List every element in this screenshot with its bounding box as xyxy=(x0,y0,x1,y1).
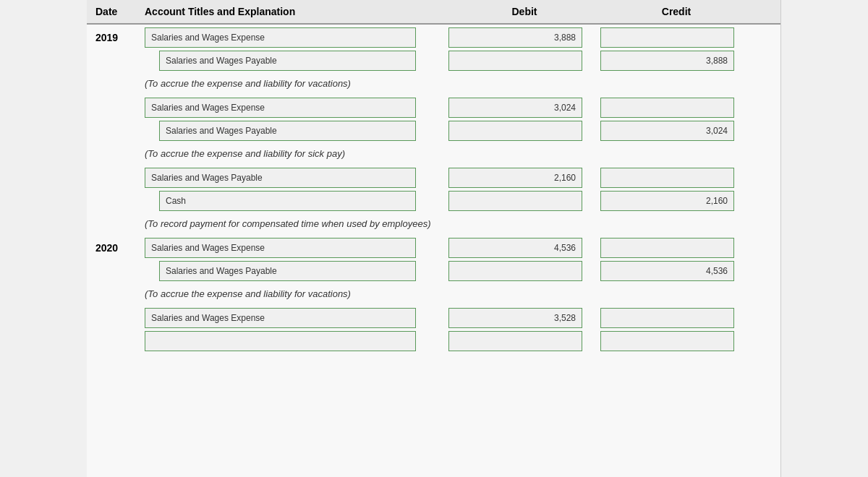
account-input[interactable]: Salaries and Wages Payable xyxy=(159,121,416,141)
credit-cell xyxy=(600,168,752,188)
credit-input[interactable] xyxy=(600,331,734,351)
account-cell: Cash xyxy=(145,191,448,211)
debit-input[interactable]: 2,160 xyxy=(448,168,582,188)
header-date: Date xyxy=(87,6,145,17)
debit-cell: 3,024 xyxy=(448,98,600,118)
credit-input[interactable]: 2,160 xyxy=(600,191,734,211)
account-cell: Salaries and Wages Expense xyxy=(145,308,448,328)
account-input[interactable]: Salaries and Wages Expense xyxy=(145,27,416,48)
account-cell: Salaries and Wages Payable xyxy=(145,121,448,141)
account-cell: Salaries and Wages Payable xyxy=(145,261,448,281)
main-table: Date Account Titles and Explanation Debi… xyxy=(87,0,781,477)
table-row: Salaries and Wages Expense3,528 xyxy=(87,308,780,328)
debit-input[interactable] xyxy=(448,261,582,281)
credit-input[interactable] xyxy=(600,238,734,258)
account-input[interactable]: Salaries and Wages Expense xyxy=(145,308,416,328)
credit-cell xyxy=(600,308,752,328)
header-debit: Debit xyxy=(448,6,600,17)
credit-cell: 3,888 xyxy=(600,51,752,71)
credit-input[interactable] xyxy=(600,98,734,118)
credit-input[interactable]: 3,024 xyxy=(600,121,734,141)
section-1: 2020Salaries and Wages Expense4,536Salar… xyxy=(87,238,780,351)
credit-input[interactable]: 3,888 xyxy=(600,51,734,71)
table-row: Salaries and Wages Expense3,024 xyxy=(87,98,780,118)
account-cell xyxy=(145,331,448,351)
debit-cell: 3,888 xyxy=(448,27,600,48)
account-cell: Salaries and Wages Payable xyxy=(145,168,448,188)
credit-cell: 3,024 xyxy=(600,121,752,141)
table-body: 2019Salaries and Wages Expense3,888Salar… xyxy=(87,27,780,351)
table-row: Salaries and Wages Payable2,160 xyxy=(87,168,780,188)
account-cell: Salaries and Wages Expense xyxy=(145,27,448,48)
account-cell: Salaries and Wages Expense xyxy=(145,98,448,118)
account-input[interactable]: Salaries and Wages Expense xyxy=(145,238,416,258)
header-credit: Credit xyxy=(600,6,752,17)
credit-cell: 2,160 xyxy=(600,191,752,211)
account-input[interactable]: Salaries and Wages Payable xyxy=(159,51,416,71)
debit-input[interactable]: 3,024 xyxy=(448,98,582,118)
debit-cell: 3,528 xyxy=(448,308,600,328)
credit-cell xyxy=(600,331,752,351)
table-row: 2019Salaries and Wages Expense3,888 xyxy=(87,27,780,48)
credit-cell xyxy=(600,98,752,118)
debit-input[interactable] xyxy=(448,331,582,351)
debit-cell xyxy=(448,51,600,71)
account-input[interactable]: Salaries and Wages Expense xyxy=(145,98,416,118)
debit-cell xyxy=(448,261,600,281)
note-text: (To accrue the expense and liability for… xyxy=(87,144,780,165)
table-header: Date Account Titles and Explanation Debi… xyxy=(87,0,780,25)
table-row xyxy=(87,331,780,351)
debit-input[interactable]: 4,536 xyxy=(448,238,582,258)
table-row: 2020Salaries and Wages Expense4,536 xyxy=(87,238,780,258)
credit-cell xyxy=(600,238,752,258)
debit-input[interactable] xyxy=(448,191,582,211)
table-row: Salaries and Wages Payable3,024 xyxy=(87,121,780,141)
debit-input[interactable]: 3,888 xyxy=(448,27,582,48)
account-cell: Salaries and Wages Expense xyxy=(145,238,448,258)
account-input[interactable]: Salaries and Wages Payable xyxy=(145,168,416,188)
credit-cell: 4,536 xyxy=(600,261,752,281)
date-cell: 2019 xyxy=(87,32,145,43)
credit-input[interactable] xyxy=(600,168,734,188)
account-input[interactable]: Salaries and Wages Payable xyxy=(159,261,416,281)
debit-cell xyxy=(448,191,600,211)
note-text: (To accrue the expense and liability for… xyxy=(87,284,780,305)
header-account: Account Titles and Explanation xyxy=(145,6,448,17)
debit-input[interactable] xyxy=(448,51,582,71)
debit-input[interactable] xyxy=(448,121,582,141)
section-0: 2019Salaries and Wages Expense3,888Salar… xyxy=(87,27,780,235)
credit-input[interactable] xyxy=(600,308,734,328)
account-input[interactable] xyxy=(145,331,416,351)
table-row: Cash2,160 xyxy=(87,191,780,211)
debit-cell: 4,536 xyxy=(448,238,600,258)
table-row: Salaries and Wages Payable3,888 xyxy=(87,51,780,71)
debit-cell: 2,160 xyxy=(448,168,600,188)
credit-cell xyxy=(600,27,752,48)
note-text: (To accrue the expense and liability for… xyxy=(87,74,780,95)
debit-cell xyxy=(448,121,600,141)
debit-cell xyxy=(448,331,600,351)
credit-input[interactable]: 4,536 xyxy=(600,261,734,281)
credit-input[interactable] xyxy=(600,27,734,48)
note-text: (To record payment for compensated time … xyxy=(87,214,780,235)
debit-input[interactable]: 3,528 xyxy=(448,308,582,328)
date-cell: 2020 xyxy=(87,242,145,254)
account-input[interactable]: Cash xyxy=(159,191,416,211)
table-row: Salaries and Wages Payable4,536 xyxy=(87,261,780,281)
account-cell: Salaries and Wages Payable xyxy=(145,51,448,71)
